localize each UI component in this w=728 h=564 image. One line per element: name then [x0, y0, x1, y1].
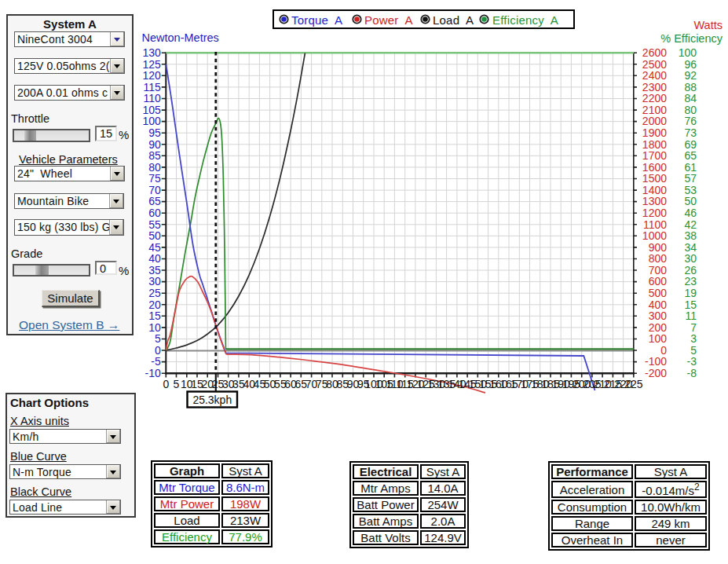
svg-text:92: 92 [684, 69, 697, 82]
svg-text:1500: 1500 [642, 172, 667, 185]
svg-text:% Efficiency: % Efficiency [660, 32, 723, 45]
svg-text:-200: -200 [645, 367, 667, 379]
svg-text:110: 110 [143, 92, 161, 104]
svg-text:30: 30 [148, 275, 161, 287]
svg-text:88: 88 [684, 81, 697, 93]
svg-text:11: 11 [685, 309, 697, 322]
svg-text:-8: -8 [687, 367, 697, 379]
svg-text:25: 25 [148, 287, 161, 299]
svg-text:7: 7 [690, 321, 697, 334]
svg-text:15: 15 [148, 309, 161, 322]
svg-text:5: 5 [174, 378, 180, 390]
svg-text:700: 700 [649, 264, 668, 277]
svg-text:38: 38 [684, 229, 697, 242]
svg-text:73: 73 [684, 126, 697, 139]
svg-text:Newton-Metres: Newton-Metres [142, 31, 219, 44]
svg-text:600: 600 [649, 275, 668, 287]
svg-text:1600: 1600 [642, 161, 667, 174]
svg-text:10: 10 [148, 321, 161, 334]
svg-text:2600: 2600 [642, 46, 667, 59]
svg-text:-100: -100 [645, 355, 667, 368]
svg-text:225: 225 [624, 378, 643, 390]
svg-text:50: 50 [148, 229, 161, 242]
svg-text:130: 130 [142, 46, 161, 59]
svg-text:0: 0 [155, 344, 161, 357]
svg-text:57: 57 [684, 172, 697, 185]
svg-text:35: 35 [148, 264, 161, 277]
svg-text:-10: -10 [145, 367, 161, 379]
svg-text:1900: 1900 [642, 126, 667, 139]
svg-text:100: 100 [142, 115, 161, 127]
svg-text:0: 0 [163, 378, 169, 390]
svg-text:85: 85 [148, 149, 161, 162]
svg-text:5: 5 [690, 344, 697, 357]
svg-text:900: 900 [649, 241, 668, 254]
svg-text:500: 500 [649, 287, 668, 299]
svg-text:300: 300 [649, 309, 668, 322]
svg-text:1700: 1700 [642, 149, 667, 162]
svg-text:25.3kph: 25.3kph [192, 394, 232, 406]
svg-text:100: 100 [679, 46, 697, 59]
svg-text:61: 61 [684, 161, 697, 174]
svg-text:65: 65 [684, 149, 697, 162]
svg-text:50: 50 [684, 195, 697, 207]
svg-text:2300: 2300 [642, 81, 667, 93]
svg-text:1200: 1200 [642, 207, 667, 219]
svg-text:2200: 2200 [642, 92, 667, 104]
svg-text:19: 19 [684, 287, 697, 299]
svg-text:65: 65 [148, 195, 161, 207]
svg-text:95: 95 [148, 126, 161, 139]
svg-text:60: 60 [148, 207, 161, 219]
svg-text:84: 84 [684, 92, 697, 104]
svg-text:45: 45 [148, 241, 161, 254]
svg-text:23: 23 [684, 275, 697, 287]
svg-text:80: 80 [148, 161, 161, 174]
svg-text:1000: 1000 [642, 229, 667, 242]
svg-text:76: 76 [684, 115, 697, 127]
svg-text:75: 75 [148, 172, 161, 185]
svg-text:-5: -5 [151, 355, 161, 368]
svg-text:115: 115 [143, 81, 161, 93]
svg-text:120: 120 [142, 69, 161, 82]
svg-text:26: 26 [684, 264, 697, 277]
svg-text:34: 34 [684, 241, 697, 254]
svg-text:2000: 2000 [642, 115, 667, 127]
svg-text:0: 0 [660, 344, 667, 357]
svg-text:Watts: Watts [693, 19, 723, 31]
svg-text:200: 200 [649, 321, 668, 334]
svg-text:46: 46 [684, 207, 697, 219]
svg-text:2400: 2400 [642, 69, 667, 82]
svg-text:1300: 1300 [642, 195, 667, 207]
svg-text:-3: -3 [687, 355, 697, 368]
